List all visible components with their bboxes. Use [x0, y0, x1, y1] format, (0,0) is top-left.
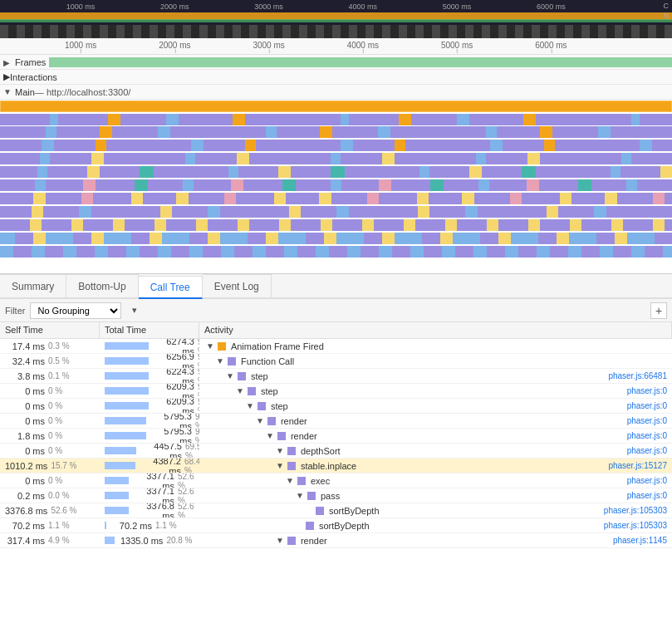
- cell-activity: ▼stepphaser.js:66481: [199, 369, 672, 383]
- activity-color-box: [248, 387, 256, 395]
- tree-toggle[interactable]: ▼: [296, 491, 304, 500]
- ruler-tick-6: 6000 ms: [535, 41, 567, 50]
- cell-total-time: 6274.3 ms97.8 %: [100, 339, 199, 353]
- table-row: 0 ms0 %3377.1 ms52.6 %▼execphaser.js:0: [0, 473, 672, 488]
- cell-total-time: 1335.0 ms20.8 %: [100, 533, 199, 547]
- activity-link[interactable]: phaser.js:66481: [608, 371, 667, 380]
- tab-summary[interactable]: Summary: [0, 274, 66, 297]
- table-row: 0 ms0 %5795.3 ms90.3 %▼renderphaser.js:0: [0, 414, 672, 429]
- tab-event-log[interactable]: Event Log: [203, 274, 272, 297]
- activity-name: Animation Frame Fired: [231, 341, 667, 351]
- activity-link[interactable]: phaser.js:1145: [613, 536, 667, 545]
- tree-toggle[interactable]: ▼: [276, 461, 284, 470]
- ruler-tick-3: 3000 ms: [253, 41, 284, 50]
- activity-color-box: [316, 507, 324, 515]
- tree-toggle[interactable]: ▼: [206, 341, 214, 351]
- activity-color-box: [238, 372, 246, 380]
- activity-link[interactable]: phaser.js:0: [627, 491, 667, 500]
- activity-name: render: [301, 536, 605, 546]
- cell-self-time: 317.4 ms4.9 %: [0, 533, 100, 547]
- table-row: 317.4 ms4.9 %1335.0 ms20.8 %▼renderphase…: [0, 533, 672, 548]
- flame-row-5: [0, 153, 672, 164]
- mini-timeline: 1000 ms 2000 ms 3000 ms 4000 ms 5000 ms …: [0, 0, 672, 25]
- activity-name: stable.inplace: [301, 461, 600, 471]
- activity-name: depthSort: [301, 446, 619, 456]
- activity-link[interactable]: phaser.js:0: [627, 431, 667, 440]
- interactions-toggle[interactable]: ▶: [3, 71, 10, 82]
- tree-toggle[interactable]: ▼: [216, 356, 224, 365]
- flame-row-7: [0, 179, 672, 191]
- tree-toggle[interactable]: ▼: [246, 401, 254, 410]
- cell-self-time: 0 ms0 %: [0, 414, 100, 428]
- interactions-label: Interactions: [10, 72, 57, 82]
- interactions-row: ▶ Interactions: [0, 70, 672, 85]
- activity-link[interactable]: phaser.js:0: [627, 401, 667, 410]
- tree-toggle[interactable]: ▼: [276, 446, 284, 455]
- grouping-select[interactable]: No GroupingBy URLBy DomainBy Activity: [30, 302, 121, 319]
- table-row: 0.2 ms0.0 %3377.1 ms52.6 %▼passphaser.js…: [0, 488, 672, 503]
- activity-name: step: [271, 401, 619, 411]
- bottom-panel: Summary Bottom-Up Call Tree Event Log Fi…: [0, 274, 672, 623]
- activity-link[interactable]: phaser.js:0: [627, 446, 667, 455]
- mini-tick-4: 4000 ms: [349, 2, 378, 11]
- flame-chart[interactable]: [0, 100, 672, 274]
- mini-label-n: N: [664, 12, 670, 20]
- cell-total-time: 3377.1 ms52.6 %: [100, 488, 199, 503]
- tab-call-tree[interactable]: Call Tree: [139, 276, 203, 299]
- cell-activity: ▼renderphaser.js:0: [199, 414, 672, 428]
- tab-bottom-up[interactable]: Bottom-Up: [66, 274, 138, 297]
- mini-tick-6: 6000 ms: [537, 2, 566, 11]
- cell-total-time: 5795.3 ms90.3 %: [100, 414, 199, 428]
- flame-row-10: [0, 219, 672, 231]
- frames-toggle[interactable]: ▶: [3, 58, 12, 66]
- cell-total-time: 6209.3 ms96.8 %: [100, 399, 199, 413]
- cell-activity: ▼stable.inplacephaser.js:15127: [199, 459, 672, 473]
- activity-color-box: [258, 402, 266, 410]
- cell-self-time: 0.2 ms0.0 %: [0, 488, 100, 503]
- flame-row-1: [0, 100, 672, 113]
- tree-toggle[interactable]: ▼: [256, 416, 264, 425]
- cell-activity: ▼Function Call: [199, 354, 672, 368]
- flame-row-9: [0, 206, 672, 218]
- activity-link[interactable]: phaser.js:0: [627, 386, 667, 395]
- activity-color-box: [228, 357, 236, 365]
- tree-toggle[interactable]: ▼: [236, 386, 244, 395]
- flame-row-8: [0, 193, 672, 204]
- main-section-label: Main: [15, 87, 35, 97]
- flame-block-orange[interactable]: [0, 101, 672, 112]
- tree-toggle[interactable]: ▼: [226, 371, 234, 380]
- frames-row: ▶ Frames: [0, 55, 672, 70]
- activity-link[interactable]: phaser.js:15127: [608, 461, 667, 470]
- checkerboard-bar: [0, 25, 672, 38]
- timeline-ruler: 1000 ms 2000 ms 3000 ms 4000 ms 5000 ms …: [0, 38, 672, 55]
- table-body: 17.4 ms0.3 %6274.3 ms97.8 %▼Animation Fr…: [0, 339, 672, 623]
- table-row: 1.8 ms0 %5795.3 ms90.3 %▼renderphaser.js…: [0, 429, 672, 444]
- cell-self-time: 3376.8 ms52.6 %: [0, 503, 100, 518]
- table-row: 3.8 ms0.1 %6224.3 ms97.0 %▼stepphaser.js…: [0, 369, 672, 384]
- activity-link[interactable]: phaser.js:105303: [604, 521, 667, 530]
- tree-toggle[interactable]: ▼: [286, 476, 294, 485]
- tree-toggle[interactable]: ▼: [266, 431, 274, 440]
- activity-link[interactable]: phaser.js:0: [627, 476, 667, 485]
- mini-tick-1: 1000 ms: [66, 2, 96, 11]
- flame-row-2: [0, 114, 672, 125]
- cell-self-time: 32.4 ms0.5 %: [0, 354, 100, 368]
- cell-total-time: 6256.9 ms97.5 %: [100, 354, 199, 368]
- tree-toggle[interactable]: ▼: [276, 536, 284, 545]
- mini-tick-5: 5000 ms: [443, 2, 472, 11]
- cell-self-time: 3.8 ms0.1 %: [0, 369, 100, 383]
- flame-row-11: [0, 233, 672, 244]
- cell-total-time: 3376.8 ms52.6 %: [100, 503, 199, 518]
- cell-activity: ▼renderphaser.js:1145: [199, 533, 672, 547]
- mini-label-c: C: [664, 2, 670, 10]
- activity-link[interactable]: phaser.js:105303: [604, 506, 667, 515]
- cell-activity: ▼stepphaser.js:0: [199, 384, 672, 398]
- table-row: 32.4 ms0.5 %6256.9 ms97.5 %▼Function Cal…: [0, 354, 672, 369]
- activity-link[interactable]: phaser.js:0: [627, 416, 667, 425]
- flame-row-12: [0, 246, 672, 258]
- add-btn[interactable]: +: [650, 302, 667, 319]
- tab-bar: Summary Bottom-Up Call Tree Event Log: [0, 274, 672, 299]
- cell-self-time: 1010.2 ms15.7 %: [0, 459, 100, 473]
- main-toggle[interactable]: ▼: [3, 87, 12, 96]
- cell-self-time: 1.8 ms0 %: [0, 429, 100, 443]
